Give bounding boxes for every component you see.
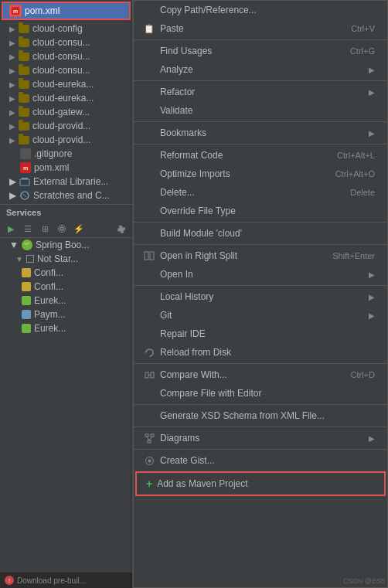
expand-arrow: ▶	[9, 122, 15, 131]
menu-item-open-right[interactable]: Open in Right Split Shift+Enter	[134, 246, 387, 265]
diagrams-icon	[143, 432, 155, 444]
selected-file-item[interactable]: m pom.xml	[2, 2, 131, 20]
menu-separator	[134, 222, 387, 223]
settings-toolbar-button[interactable]	[114, 222, 129, 236]
service-item-confi2[interactable]: Confi...	[0, 280, 132, 294]
override-icon	[143, 205, 155, 217]
tree-item-gitignore[interactable]: .gitignore	[0, 147, 132, 161]
menu-item-open-in[interactable]: Open In ▶	[134, 265, 387, 284]
svg-text:m: m	[13, 8, 18, 14]
menu-item-find-usages[interactable]: Find Usages Ctrl+G	[134, 42, 387, 60]
repair-icon	[143, 328, 155, 340]
service-item-eurek2[interactable]: Eurek...	[0, 321, 132, 335]
menu-item-optimize[interactable]: Optimize Imports Ctrl+Alt+O	[134, 165, 387, 183]
filter-toolbar-button[interactable]: ⚡	[71, 222, 87, 236]
expand-arrow: ▼	[9, 240, 19, 250]
menu-item-reload[interactable]: Reload from Disk	[134, 343, 387, 362]
menu-item-bookmarks[interactable]: Bookmarks ▶	[134, 124, 387, 142]
gear-toolbar-button[interactable]	[54, 222, 70, 236]
tree-item-cloud-provid2[interactable]: ▶ cloud-provid...	[0, 133, 132, 147]
tree-label: cloud-provid...	[32, 134, 90, 145]
menu-item-git[interactable]: Git ▶	[134, 306, 387, 325]
menu-item-analyze[interactable]: Analyze ▶	[134, 60, 387, 79]
service-label: Eurek...	[34, 295, 66, 306]
menu-separator	[134, 427, 387, 427]
selected-file-label: pom.xml	[25, 5, 60, 16]
tree-item-cloud-gatew[interactable]: ▶ cloud-gatew...	[0, 105, 132, 119]
svg-rect-12	[151, 372, 154, 378]
spring-icon: 🌱	[22, 240, 32, 250]
context-menu: Copy Path/Reference... 📋 Paste Ctrl+V Fi…	[133, 0, 388, 588]
tree-label: cloud-consu...	[32, 51, 90, 62]
svg-line-18	[149, 437, 152, 440]
stop-icon	[26, 255, 34, 263]
tree-item-cloud-eureka1[interactable]: ▶ cloud-eureka...	[0, 77, 132, 91]
menu-item-refactor[interactable]: Refactor ▶	[134, 83, 387, 101]
plus-icon: +	[146, 478, 152, 490]
run-toolbar-button[interactable]: ▶	[3, 222, 19, 236]
menu-separator	[134, 244, 387, 245]
bookmarks-icon	[143, 127, 155, 139]
svg-rect-14	[145, 434, 148, 437]
menu-item-local-history[interactable]: Local History ▶	[134, 287, 387, 306]
tree-item-cloud-eureka2[interactable]: ▶ cloud-eureka...	[0, 91, 132, 105]
menu-separator	[134, 285, 387, 286]
copy-path-icon	[143, 4, 155, 16]
library-icon	[19, 176, 30, 187]
menu-item-copy-path[interactable]: Copy Path/Reference...	[134, 1, 387, 19]
not-started-label: Not Star...	[37, 253, 78, 264]
svg-line-5	[23, 194, 26, 197]
menu-item-diagrams[interactable]: Diagrams ▶	[134, 429, 387, 447]
tree-item-scratches[interactable]: ▶ Scratches and C...	[0, 189, 132, 202]
service-item-eurek1[interactable]: Eurek...	[0, 294, 132, 308]
list-toolbar-button1[interactable]: ☰	[20, 222, 36, 236]
menu-item-generate-xsd[interactable]: Generate XSD Schema from XML File...	[134, 406, 387, 425]
expand-arrow: ▶	[9, 66, 15, 75]
expand-arrow: ▶	[9, 108, 15, 117]
service-icon	[22, 310, 31, 319]
spring-boot-item[interactable]: ▼ 🌱 Spring Boo...	[0, 238, 132, 252]
menu-item-compare-with[interactable]: Compare With... Ctrl+D	[134, 365, 387, 384]
list-toolbar-button2[interactable]: ⊞	[37, 222, 53, 236]
menu-item-repair-ide[interactable]: Repair IDE	[134, 325, 387, 343]
service-label: Eurek...	[34, 323, 66, 334]
menu-item-paste[interactable]: 📋 Paste Ctrl+V	[134, 19, 387, 38]
menu-item-compare-editor[interactable]: Compare File with Editor	[134, 384, 387, 403]
menu-item-create-gist[interactable]: Create Gist...	[134, 451, 387, 470]
menu-item-build-module[interactable]: Build Module 'cloud'	[134, 224, 387, 243]
svg-rect-15	[151, 434, 154, 437]
tree-item-cloud-consu1[interactable]: ▶ cloud-consu...	[0, 36, 132, 49]
svg-rect-3	[22, 178, 28, 179]
expand-arrow: ▼	[15, 255, 23, 263]
tree-item-cloud-consu2[interactable]: ▶ cloud-consu...	[0, 49, 132, 63]
menu-item-delete[interactable]: Delete... Delete	[134, 183, 387, 202]
folder-icon	[19, 25, 29, 33]
service-item-paym[interactable]: Paym...	[0, 308, 132, 321]
validate-icon	[143, 104, 155, 117]
menu-item-validate[interactable]: Validate	[134, 101, 387, 120]
expand-arrow: ▶	[9, 25, 15, 33]
not-started-item[interactable]: ▼ Not Star...	[0, 252, 132, 266]
svg-point-20	[148, 459, 151, 462]
tree-item-pom[interactable]: m pom.xml	[0, 161, 132, 175]
service-item-confi1[interactable]: Confi...	[0, 266, 132, 280]
menu-separator	[134, 363, 387, 364]
expand-arrow: ▶	[9, 94, 15, 103]
menu-item-add-maven[interactable]: + Add as Maven Project	[135, 471, 386, 496]
menu-separator	[134, 80, 387, 81]
menu-separator	[134, 121, 387, 122]
menu-item-override-type[interactable]: Override File Type	[134, 202, 387, 220]
svg-rect-8	[145, 252, 148, 260]
maven-file-icon: m	[9, 5, 22, 17]
tree-label: cloud-config	[32, 23, 83, 34]
paste-icon: 📋	[143, 22, 155, 35]
tree-item-cloud-provid1[interactable]: ▶ cloud-provid...	[0, 119, 132, 133]
svg-rect-9	[150, 252, 154, 260]
menu-item-reformat[interactable]: Reformat Code Ctrl+Alt+L	[134, 146, 387, 165]
scratches-icon	[19, 190, 30, 201]
tree-item-cloud-config[interactable]: ▶ cloud-config	[0, 22, 132, 36]
expand-arrow: ▶	[9, 176, 16, 187]
tree-item-cloud-consu3[interactable]: ▶ cloud-consu...	[0, 63, 132, 77]
tree-item-external-libs[interactable]: ▶ External Librarie...	[0, 175, 132, 189]
menu-separator	[134, 39, 387, 40]
